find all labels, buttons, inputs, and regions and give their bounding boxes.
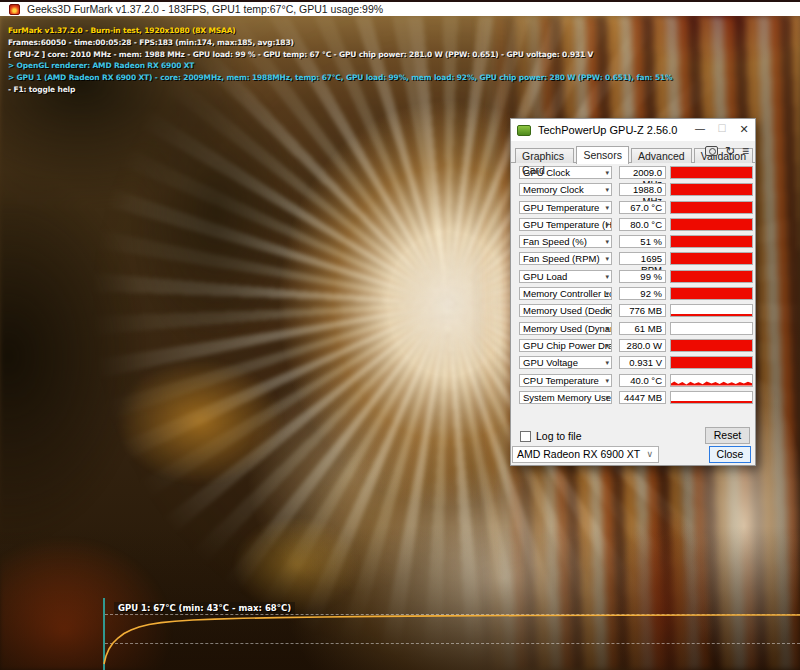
sensor-graph: [670, 270, 753, 283]
gpuz-titlebar[interactable]: TechPowerUp GPU-Z 2.56.0 — ☐ ✕: [511, 119, 755, 141]
sensor-select[interactable]: Memory Used (Dynamic) ▾: [519, 322, 612, 335]
sensor-list: GPU Clock ▾ 2009.0 MHz Memory Clock ▾ 19…: [511, 166, 755, 408]
sensor-graph-fill: [671, 184, 752, 195]
gpu-temp-graph: GPU 1: 67°C (min: 43°C - max: 68°C): [0, 598, 800, 670]
menu-icon[interactable]: ≡: [742, 146, 749, 156]
sensor-graph-fill: [671, 202, 752, 213]
log-to-file-checkbox[interactable]: [520, 431, 531, 442]
osd-line: - F1: toggle help: [8, 84, 672, 96]
sensor-value: 99 %: [619, 270, 666, 283]
tab-advanced[interactable]: Advanced: [631, 148, 692, 163]
refresh-icon[interactable]: ↻: [725, 146, 735, 156]
furmark-osd: FurMark v1.37.2.0 - Burn-in test, 1920x1…: [8, 25, 672, 96]
sensor-select[interactable]: Fan Speed (%) ▾: [519, 235, 612, 248]
osd-line: FurMark v1.37.2.0 - Burn-in test, 1920x1…: [8, 25, 672, 37]
log-to-file-label: Log to file: [536, 430, 582, 442]
sensor-select[interactable]: GPU Temperature (Hot Spot) ▾: [519, 218, 612, 231]
sensor-graph-fill: [671, 219, 752, 230]
sensor-select[interactable]: Memory Clock ▾: [519, 183, 612, 196]
sensor-graph-fill: [671, 314, 752, 316]
minimize-icon[interactable]: —: [689, 119, 711, 141]
gpuz-window-title: TechPowerUp GPU-Z 2.56.0: [538, 124, 677, 136]
sensor-graph: [670, 218, 753, 231]
combo-arrow-icon: ▾: [605, 202, 609, 213]
sensor-label: GPU Temperature: [523, 202, 599, 213]
sensor-select[interactable]: System Memory Used ▾: [519, 391, 612, 404]
tab-sensors[interactable]: Sensors: [576, 146, 629, 164]
sensor-select[interactable]: Fan Speed (RPM) ▾: [519, 252, 612, 265]
sensor-value: 80.0 °C: [619, 218, 666, 231]
combo-arrow-icon: ▾: [605, 375, 609, 386]
maximize-icon: ☐: [711, 119, 733, 141]
gpuz-tab-strip: Graphics CardSensorsAdvancedValidation ↻…: [511, 141, 755, 163]
device-dropdown[interactable]: AMD Radeon RX 6900 XT ∨: [512, 446, 659, 463]
sensor-select[interactable]: GPU Chip Power Draw ▾: [519, 339, 612, 352]
sensor-value: 67.0 °C: [619, 201, 666, 214]
sensor-value: 4447 MB: [619, 391, 666, 404]
sensor-graph-fill: [671, 340, 752, 351]
combo-arrow-icon: ▾: [605, 219, 609, 230]
sensor-row: GPU Temperature ▾ 67.0 °C: [519, 201, 755, 214]
close-button[interactable]: Close: [709, 446, 751, 463]
sensor-row: GPU Clock ▾ 2009.0 MHz: [519, 166, 755, 179]
sensor-label: Memory Used (Dedicated): [523, 305, 612, 316]
sensor-value: 61 MB: [619, 322, 666, 335]
sensor-row: GPU Temperature (Hot Spot) ▾ 80.0 °C: [519, 218, 755, 231]
sensor-select[interactable]: CPU Temperature ▾: [519, 374, 612, 387]
sensor-graph-fill: [671, 288, 752, 299]
furmark-window-titlebar[interactable]: Geeks3D FurMark v1.37.2.0 - 183FPS, GPU1…: [0, 0, 800, 16]
sensor-label: Fan Speed (%): [523, 236, 587, 247]
sensor-graph: [670, 183, 753, 196]
sensor-select[interactable]: Memory Used (Dedicated) ▾: [519, 304, 612, 317]
sensor-row: GPU Chip Power Draw ▾ 280.0 W: [519, 339, 755, 352]
close-icon[interactable]: ✕: [733, 119, 755, 141]
log-to-file-option[interactable]: Log to file: [520, 430, 582, 442]
sensor-graph-fill: [671, 236, 752, 247]
sensor-graph: [670, 322, 753, 335]
sensor-row: Memory Used (Dedicated) ▾ 776 MB: [519, 304, 755, 317]
sensor-graph-fill: [671, 167, 752, 178]
sensor-label: Memory Used (Dynamic): [523, 323, 612, 334]
sensor-select[interactable]: Memory Controller Load ▾: [519, 287, 612, 300]
osd-line: Frames:60050 - time:00:05:28 - FPS:183 (…: [8, 37, 672, 49]
sensor-row: CPU Temperature ▾ 40.0 °C: [519, 374, 755, 387]
gpuz-window: TechPowerUp GPU-Z 2.56.0 — ☐ ✕ Graphics …: [510, 118, 756, 466]
sensor-graph-fill: [671, 253, 752, 264]
combo-arrow-icon: ▾: [605, 271, 609, 282]
sensor-row: GPU Load ▾ 99 %: [519, 270, 755, 283]
sensor-value: 280.0 W: [619, 339, 666, 352]
tab-graphics-card[interactable]: Graphics Card: [515, 148, 574, 163]
sensor-label: Memory Clock: [523, 184, 584, 195]
combo-arrow-icon: ▾: [605, 167, 609, 178]
sensor-graph-fill: [671, 357, 752, 368]
sensor-value: 1988.0 MHz: [619, 183, 666, 196]
sensor-label: System Memory Used: [523, 392, 612, 403]
sensor-label: GPU Load: [523, 271, 567, 282]
sensor-graph: [670, 201, 753, 214]
combo-arrow-icon: ▾: [605, 253, 609, 264]
combo-arrow-icon: ▾: [605, 236, 609, 247]
screen: Geeks3D FurMark v1.37.2.0 - 183FPS, GPU1…: [0, 0, 800, 670]
sensor-graph: [670, 304, 753, 317]
reset-button[interactable]: Reset: [705, 427, 750, 444]
device-dropdown-value: AMD Radeon RX 6900 XT: [517, 448, 640, 460]
sensor-graph: [670, 374, 753, 387]
sensor-row: Fan Speed (%) ▾ 51 %: [519, 235, 755, 248]
combo-arrow-icon: ▾: [605, 184, 609, 195]
sensor-value: 2009.0 MHz: [619, 166, 666, 179]
sensor-select[interactable]: GPU Temperature ▾: [519, 201, 612, 214]
sensor-label: CPU Temperature: [523, 375, 599, 386]
sensor-graph: [670, 252, 753, 265]
sensor-select[interactable]: GPU Load ▾: [519, 270, 612, 283]
sensor-graph-fill: [671, 271, 752, 282]
sensor-graph: [670, 356, 753, 369]
combo-arrow-icon: ▾: [605, 392, 609, 403]
sensor-graph: [670, 287, 753, 300]
sensor-row: Memory Clock ▾ 1988.0 MHz: [519, 183, 755, 196]
sensor-select[interactable]: GPU Voltage ▾: [519, 356, 612, 369]
sensor-graph: [670, 391, 753, 404]
furmark-app-icon: [9, 4, 20, 15]
combo-arrow-icon: ▾: [605, 288, 609, 299]
camera-icon[interactable]: [705, 146, 718, 156]
sensor-value: 1695 RPM: [619, 252, 666, 265]
